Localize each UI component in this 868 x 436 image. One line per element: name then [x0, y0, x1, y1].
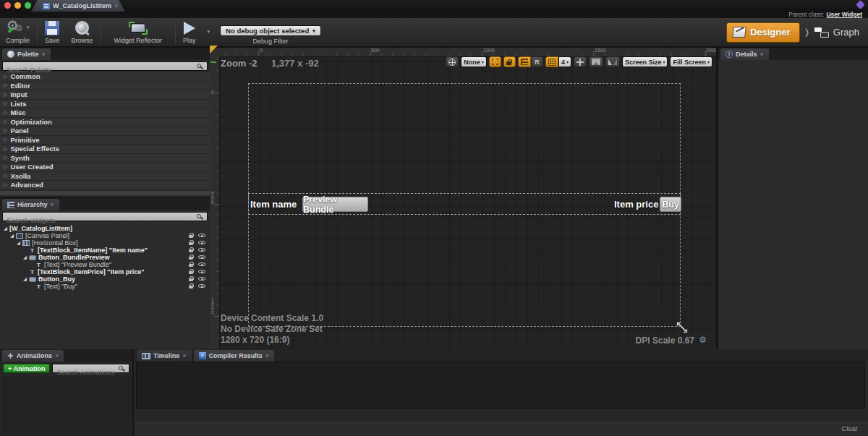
palette-category-primitive[interactable]: ▷Primitive	[0, 136, 210, 145]
expander-caret-icon[interactable]: ◢	[23, 255, 29, 260]
lock-icon[interactable]	[189, 283, 194, 288]
transform-mode-button[interactable]	[574, 56, 587, 67]
browse-button[interactable]: Browse	[66, 18, 99, 46]
tab-details[interactable]: i Details ×	[720, 48, 769, 60]
add-animation-button[interactable]: + Animation	[3, 364, 50, 373]
lock-icon[interactable]	[189, 247, 194, 252]
widget-reflector-button[interactable]: Widget Reflector	[103, 18, 174, 46]
grid-snap-toggle[interactable]	[545, 56, 558, 67]
lock-widgets-toggle[interactable]	[503, 56, 516, 67]
fill-screen-dropdown[interactable]: Fill Screen ▾	[670, 56, 712, 67]
dpi-settings-gear-icon[interactable]: ⚙	[699, 335, 707, 345]
close-traffic-light[interactable]	[4, 2, 11, 9]
expander-caret-icon[interactable]: ▷	[4, 128, 7, 134]
expander-caret-icon[interactable]: ◢	[23, 276, 29, 282]
play-options-button[interactable]: ▾	[202, 18, 216, 46]
expander-caret-icon[interactable]: ◢	[17, 240, 22, 246]
visibility-eye-icon[interactable]	[198, 283, 205, 288]
save-button[interactable]: Save	[39, 18, 66, 46]
asset-tab-close-icon[interactable]: ×	[114, 3, 118, 9]
expander-caret-icon[interactable]: ◢	[4, 226, 9, 231]
tab-close-icon[interactable]: ×	[182, 353, 186, 359]
expander-caret-icon[interactable]: ▷	[4, 155, 7, 161]
palette-category-optimization[interactable]: ▷Optimization	[0, 118, 210, 127]
visibility-eye-icon[interactable]	[198, 240, 205, 245]
expander-caret-icon[interactable]: ▷	[4, 182, 7, 188]
maximize-traffic-light[interactable]	[25, 2, 31, 9]
expander-caret-icon[interactable]: ▷	[4, 74, 7, 80]
tab-close-icon[interactable]: ×	[55, 353, 59, 359]
preview-background-button[interactable]	[589, 56, 603, 67]
animations-search-input[interactable]	[53, 368, 129, 376]
palette-category-input[interactable]: ▷Input	[0, 90, 210, 100]
palette-category-advanced[interactable]: ▷Advanced	[0, 181, 210, 190]
lock-icon[interactable]	[189, 276, 194, 281]
visibility-eye-icon[interactable]	[198, 247, 205, 252]
hierarchy-row[interactable]: T[TextBlock_ItemName] "Item name"	[0, 247, 210, 254]
palette-category-lists[interactable]: ▷Lists	[0, 100, 210, 109]
visibility-eye-icon[interactable]	[198, 233, 205, 238]
tab-compiler-results[interactable]: ≡ Compiler Results ×	[194, 350, 274, 362]
localization-preview-button[interactable]	[446, 56, 459, 67]
flip-preview-button[interactable]	[605, 56, 620, 67]
asset-tab[interactable]: W_CatalogListItem ×	[31, 0, 125, 12]
lock-icon[interactable]	[189, 269, 194, 274]
lock-icon[interactable]	[189, 233, 194, 238]
graph-mode-button[interactable]: Graph	[814, 27, 859, 38]
palette-scrollbar[interactable]	[0, 191, 210, 195]
visibility-eye-icon[interactable]	[198, 255, 205, 260]
tab-close-icon[interactable]: ×	[51, 202, 54, 208]
lock-icon[interactable]	[189, 240, 194, 245]
respect-locks-r-button[interactable]: R	[531, 56, 543, 67]
canvas-item-price-text[interactable]: Item price	[614, 199, 658, 210]
palette-category-xsolla[interactable]: ▷Xsolla	[0, 172, 210, 181]
canvas-buy-button[interactable]: Buy	[660, 197, 681, 212]
tab-timeline[interactable]: Timeline ×	[137, 350, 192, 362]
expander-caret-icon[interactable]: ◢	[10, 233, 16, 239]
expander-caret-icon[interactable]: ▷	[4, 137, 7, 142]
palette-category-synth[interactable]: ▷Synth	[0, 154, 210, 163]
palette-category-user-created[interactable]: ▷User Created	[0, 163, 210, 172]
hierarchy-row[interactable]: T[Text] "Buy"	[0, 283, 210, 290]
hierarchy-row[interactable]: ◢[Canvas Panel]	[0, 232, 210, 239]
compiler-results-output[interactable]	[136, 362, 865, 409]
visibility-eye-icon[interactable]	[198, 269, 205, 274]
expander-caret-icon[interactable]: ▷	[4, 164, 7, 170]
hierarchy-row[interactable]: ◢Button_Buy	[0, 275, 210, 283]
lock-icon[interactable]	[189, 262, 194, 267]
tab-close-icon[interactable]: ×	[265, 353, 269, 359]
clear-log-link[interactable]: Clear	[841, 424, 858, 432]
expander-caret-icon[interactable]: ▷	[4, 82, 7, 88]
resize-cursor-icon[interactable]	[676, 321, 689, 334]
tab-animations[interactable]: Animations ×	[2, 350, 64, 362]
hierarchy-row[interactable]: T[Text] "Preview Bundle"	[0, 261, 210, 268]
grid-snap-size-dropdown[interactable]: 4 ▾	[558, 56, 571, 67]
compile-options-caret-icon[interactable]: ▾	[27, 25, 30, 30]
expander-caret-icon[interactable]: ▷	[4, 110, 7, 116]
palette-category-special-effects[interactable]: ▷Special Effects	[0, 145, 210, 154]
hierarchy-row[interactable]: ◢[W_CatalogListItem]	[0, 225, 210, 232]
lock-icon[interactable]	[189, 255, 194, 260]
hierarchy-row[interactable]: ◢Button_BundlePreview	[0, 254, 210, 261]
debug-object-dropdown[interactable]: No debug object selected ▾	[220, 25, 321, 36]
expander-caret-icon[interactable]: ▷	[4, 146, 7, 152]
screen-size-dropdown[interactable]: Screen Size ▾	[622, 56, 668, 67]
visibility-eye-icon[interactable]	[198, 262, 205, 267]
localization-culture-dropdown[interactable]: None ▾	[461, 56, 487, 67]
show-outlines-toggle[interactable]	[489, 56, 501, 67]
expander-caret-icon[interactable]: ▷	[4, 92, 7, 98]
palette-category-editor[interactable]: ▷Editor	[0, 82, 210, 91]
tab-close-icon[interactable]: ×	[42, 51, 46, 58]
visibility-eye-icon[interactable]	[198, 276, 205, 281]
expander-caret-icon[interactable]: ▷	[4, 173, 7, 179]
expander-caret-icon[interactable]: ▷	[4, 101, 7, 106]
compile-button[interactable]: ⚙⚙✓ ▾ Compile	[0, 18, 35, 46]
tab-hierarchy[interactable]: Hierarchy ×	[2, 199, 59, 210]
hierarchy-row[interactable]: ◢[Horizontal Box]	[0, 239, 210, 247]
palette-category-panel[interactable]: ▷Panel	[0, 127, 210, 136]
tab-palette[interactable]: Palette ×	[2, 48, 51, 60]
tab-close-icon[interactable]: ×	[760, 51, 764, 58]
parent-class-link[interactable]: User Widget	[826, 11, 862, 18]
expander-caret-icon[interactable]: ▷	[4, 119, 7, 124]
canvas-preview-bundle-button[interactable]: Preview Bundle	[302, 197, 368, 212]
